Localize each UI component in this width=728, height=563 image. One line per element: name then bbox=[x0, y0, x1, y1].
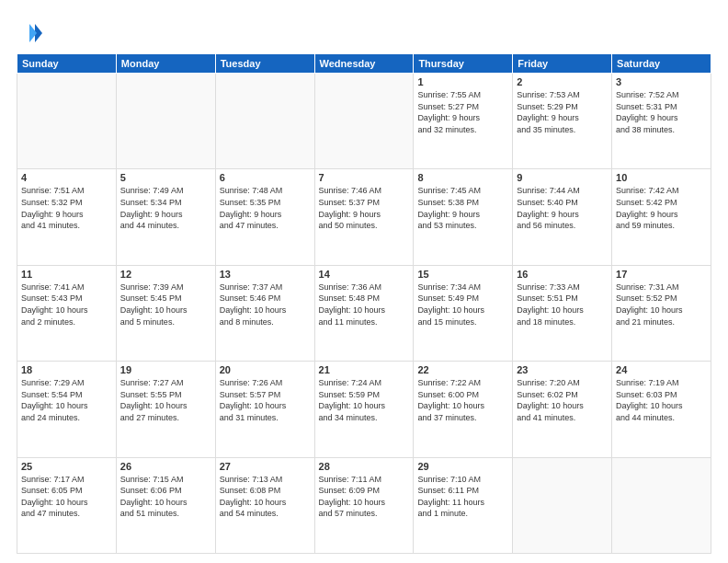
day-header-sunday: Sunday bbox=[17, 54, 117, 74]
day-header-thursday: Thursday bbox=[414, 54, 513, 74]
day-number: 20 bbox=[220, 364, 311, 375]
day-info: Sunrise: 7:10 AM Sunset: 6:11 PM Dayligh… bbox=[417, 474, 508, 520]
calendar-cell: 13Sunrise: 7:37 AM Sunset: 5:46 PM Dayli… bbox=[215, 265, 314, 361]
day-number: 28 bbox=[319, 461, 410, 472]
calendar-cell: 23Sunrise: 7:20 AM Sunset: 6:02 PM Dayli… bbox=[513, 362, 612, 457]
day-info: Sunrise: 7:19 AM Sunset: 6:03 PM Dayligh… bbox=[616, 377, 707, 423]
day-info: Sunrise: 7:17 AM Sunset: 6:05 PM Dayligh… bbox=[21, 474, 112, 520]
day-number: 3 bbox=[616, 76, 707, 87]
calendar-cell: 3Sunrise: 7:52 AM Sunset: 5:31 PM Daylig… bbox=[612, 74, 711, 169]
calendar-cell: 8Sunrise: 7:45 AM Sunset: 5:38 PM Daylig… bbox=[414, 169, 513, 265]
calendar-cell: 14Sunrise: 7:36 AM Sunset: 5:48 PM Dayli… bbox=[314, 265, 414, 361]
calendar-cell: 27Sunrise: 7:13 AM Sunset: 6:08 PM Dayli… bbox=[215, 457, 314, 553]
day-number: 2 bbox=[517, 76, 608, 87]
calendar-cell: 12Sunrise: 7:39 AM Sunset: 5:45 PM Dayli… bbox=[116, 265, 215, 361]
day-number: 5 bbox=[120, 172, 211, 183]
calendar-cell: 21Sunrise: 7:24 AM Sunset: 5:59 PM Dayli… bbox=[314, 362, 414, 457]
calendar-header-row: SundayMondayTuesdayWednesdayThursdayFrid… bbox=[17, 54, 711, 74]
calendar-week-1: 1Sunrise: 7:55 AM Sunset: 5:27 PM Daylig… bbox=[17, 74, 711, 169]
calendar-table: SundayMondayTuesdayWednesdayThursdayFrid… bbox=[17, 53, 711, 554]
day-info: Sunrise: 7:36 AM Sunset: 5:48 PM Dayligh… bbox=[319, 282, 410, 327]
header bbox=[17, 17, 711, 46]
calendar-cell: 16Sunrise: 7:33 AM Sunset: 5:51 PM Dayli… bbox=[513, 265, 612, 361]
day-number: 29 bbox=[417, 461, 508, 472]
day-info: Sunrise: 7:45 AM Sunset: 5:38 PM Dayligh… bbox=[417, 185, 508, 231]
logo bbox=[17, 20, 46, 46]
calendar-cell: 17Sunrise: 7:31 AM Sunset: 5:52 PM Dayli… bbox=[612, 265, 711, 361]
calendar-cell bbox=[17, 74, 117, 169]
day-header-friday: Friday bbox=[513, 54, 612, 74]
day-number: 23 bbox=[517, 364, 608, 375]
day-number: 17 bbox=[616, 269, 707, 280]
calendar-cell: 7Sunrise: 7:46 AM Sunset: 5:37 PM Daylig… bbox=[314, 169, 414, 265]
calendar-cell: 19Sunrise: 7:27 AM Sunset: 5:55 PM Dayli… bbox=[116, 362, 215, 457]
day-number: 26 bbox=[120, 461, 211, 472]
day-info: Sunrise: 7:49 AM Sunset: 5:34 PM Dayligh… bbox=[120, 185, 211, 231]
day-info: Sunrise: 7:44 AM Sunset: 5:40 PM Dayligh… bbox=[517, 185, 608, 231]
day-number: 14 bbox=[319, 269, 410, 280]
day-info: Sunrise: 7:15 AM Sunset: 6:06 PM Dayligh… bbox=[120, 474, 211, 520]
logo-icon bbox=[17, 20, 42, 46]
day-header-saturday: Saturday bbox=[612, 54, 711, 74]
day-info: Sunrise: 7:41 AM Sunset: 5:43 PM Dayligh… bbox=[21, 282, 112, 327]
calendar-cell: 29Sunrise: 7:10 AM Sunset: 6:11 PM Dayli… bbox=[414, 457, 513, 553]
day-number: 4 bbox=[21, 172, 112, 183]
calendar-cell: 10Sunrise: 7:42 AM Sunset: 5:42 PM Dayli… bbox=[612, 169, 711, 265]
day-info: Sunrise: 7:42 AM Sunset: 5:42 PM Dayligh… bbox=[616, 185, 707, 231]
calendar-cell bbox=[314, 74, 414, 169]
day-number: 19 bbox=[120, 364, 211, 375]
day-info: Sunrise: 7:24 AM Sunset: 5:59 PM Dayligh… bbox=[319, 377, 410, 423]
page: SundayMondayTuesdayWednesdayThursdayFrid… bbox=[0, 0, 728, 563]
calendar-week-5: 25Sunrise: 7:17 AM Sunset: 6:05 PM Dayli… bbox=[17, 457, 711, 553]
calendar-cell bbox=[215, 74, 314, 169]
calendar-cell: 28Sunrise: 7:11 AM Sunset: 6:09 PM Dayli… bbox=[314, 457, 414, 553]
day-header-tuesday: Tuesday bbox=[215, 54, 314, 74]
day-info: Sunrise: 7:34 AM Sunset: 5:49 PM Dayligh… bbox=[417, 282, 508, 327]
day-info: Sunrise: 7:33 AM Sunset: 5:51 PM Dayligh… bbox=[517, 282, 608, 327]
calendar-cell: 4Sunrise: 7:51 AM Sunset: 5:32 PM Daylig… bbox=[17, 169, 117, 265]
day-info: Sunrise: 7:39 AM Sunset: 5:45 PM Dayligh… bbox=[120, 282, 211, 327]
day-info: Sunrise: 7:20 AM Sunset: 6:02 PM Dayligh… bbox=[517, 377, 608, 423]
calendar-cell: 18Sunrise: 7:29 AM Sunset: 5:54 PM Dayli… bbox=[17, 362, 117, 457]
day-number: 10 bbox=[616, 172, 707, 183]
day-number: 15 bbox=[417, 269, 508, 280]
calendar-cell bbox=[612, 457, 711, 553]
calendar-cell: 5Sunrise: 7:49 AM Sunset: 5:34 PM Daylig… bbox=[116, 169, 215, 265]
calendar-cell bbox=[513, 457, 612, 553]
calendar-week-3: 11Sunrise: 7:41 AM Sunset: 5:43 PM Dayli… bbox=[17, 265, 711, 361]
day-number: 22 bbox=[417, 364, 508, 375]
calendar-cell: 25Sunrise: 7:17 AM Sunset: 6:05 PM Dayli… bbox=[17, 457, 117, 553]
day-number: 8 bbox=[417, 172, 508, 183]
day-number: 16 bbox=[517, 269, 608, 280]
day-info: Sunrise: 7:51 AM Sunset: 5:32 PM Dayligh… bbox=[21, 185, 112, 231]
calendar-cell: 26Sunrise: 7:15 AM Sunset: 6:06 PM Dayli… bbox=[116, 457, 215, 553]
calendar-cell: 15Sunrise: 7:34 AM Sunset: 5:49 PM Dayli… bbox=[414, 265, 513, 361]
day-number: 6 bbox=[220, 172, 311, 183]
day-info: Sunrise: 7:48 AM Sunset: 5:35 PM Dayligh… bbox=[220, 185, 311, 231]
day-info: Sunrise: 7:52 AM Sunset: 5:31 PM Dayligh… bbox=[616, 89, 707, 135]
calendar-week-4: 18Sunrise: 7:29 AM Sunset: 5:54 PM Dayli… bbox=[17, 362, 711, 457]
day-info: Sunrise: 7:53 AM Sunset: 5:29 PM Dayligh… bbox=[517, 89, 608, 135]
calendar-cell: 1Sunrise: 7:55 AM Sunset: 5:27 PM Daylig… bbox=[414, 74, 513, 169]
day-info: Sunrise: 7:13 AM Sunset: 6:08 PM Dayligh… bbox=[220, 474, 311, 520]
day-info: Sunrise: 7:31 AM Sunset: 5:52 PM Dayligh… bbox=[616, 282, 707, 327]
calendar-cell: 9Sunrise: 7:44 AM Sunset: 5:40 PM Daylig… bbox=[513, 169, 612, 265]
day-info: Sunrise: 7:55 AM Sunset: 5:27 PM Dayligh… bbox=[417, 89, 508, 135]
day-number: 24 bbox=[616, 364, 707, 375]
day-info: Sunrise: 7:26 AM Sunset: 5:57 PM Dayligh… bbox=[220, 377, 311, 423]
day-number: 13 bbox=[220, 269, 311, 280]
day-number: 11 bbox=[21, 269, 112, 280]
day-number: 9 bbox=[517, 172, 608, 183]
day-header-wednesday: Wednesday bbox=[314, 54, 414, 74]
day-info: Sunrise: 7:46 AM Sunset: 5:37 PM Dayligh… bbox=[319, 185, 410, 231]
day-info: Sunrise: 7:22 AM Sunset: 6:00 PM Dayligh… bbox=[417, 377, 508, 423]
day-info: Sunrise: 7:11 AM Sunset: 6:09 PM Dayligh… bbox=[319, 474, 410, 520]
day-number: 12 bbox=[120, 269, 211, 280]
day-number: 7 bbox=[319, 172, 410, 183]
calendar-cell: 20Sunrise: 7:26 AM Sunset: 5:57 PM Dayli… bbox=[215, 362, 314, 457]
day-header-monday: Monday bbox=[116, 54, 215, 74]
calendar-cell: 22Sunrise: 7:22 AM Sunset: 6:00 PM Dayli… bbox=[414, 362, 513, 457]
day-number: 25 bbox=[21, 461, 112, 472]
calendar-week-2: 4Sunrise: 7:51 AM Sunset: 5:32 PM Daylig… bbox=[17, 169, 711, 265]
calendar-cell: 24Sunrise: 7:19 AM Sunset: 6:03 PM Dayli… bbox=[612, 362, 711, 457]
